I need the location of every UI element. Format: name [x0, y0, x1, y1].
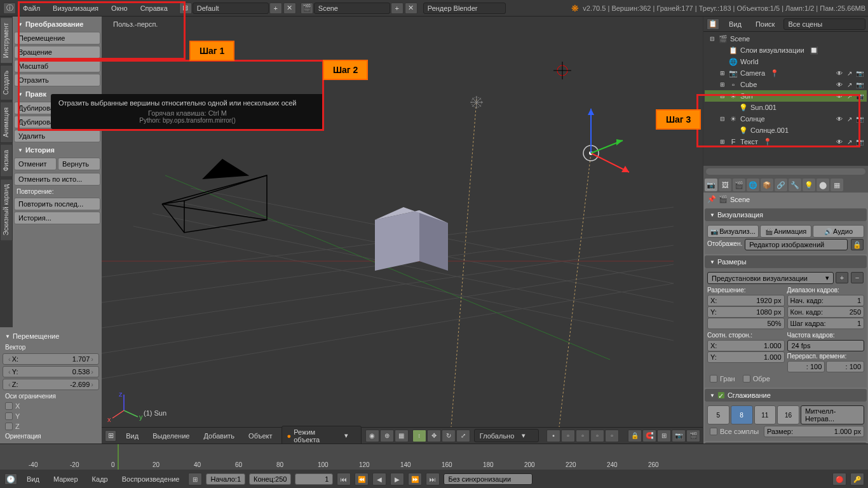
- mode-dropdown[interactable]: ●Режим объекта▾: [281, 426, 362, 444]
- keyframe-prev-icon[interactable]: ⏪: [355, 473, 369, 485]
- layers-tab-icon[interactable]: 🖼: [719, 179, 731, 191]
- material-tab-icon[interactable]: ⬤: [817, 179, 829, 191]
- layer-btn[interactable]: ▫: [605, 430, 619, 442]
- border-checkbox[interactable]: [710, 375, 717, 383]
- aa-section-header[interactable]: ✓Сглаживание: [705, 389, 867, 402]
- repeat-last-button[interactable]: Повторить послед...: [14, 198, 100, 210]
- keying-set-icon[interactable]: 🔑: [850, 473, 864, 485]
- translate-button[interactable]: Перемещение: [14, 32, 100, 44]
- layout-dropdown[interactable]: Default: [193, 3, 269, 14]
- rotate-manipulator-icon[interactable]: ↻: [442, 430, 456, 442]
- timeline-marker-menu[interactable]: Маркер: [48, 473, 83, 485]
- scene-icon[interactable]: 🎬: [301, 3, 313, 14]
- constraint-z-checkbox[interactable]: [5, 423, 13, 430]
- keyframe-next-icon[interactable]: ⏩: [408, 473, 422, 485]
- add-menu[interactable]: Добавить: [198, 430, 240, 442]
- layer-btn[interactable]: ▫: [590, 430, 604, 442]
- remove-scene-icon[interactable]: ✕: [405, 3, 417, 14]
- res-pct-field[interactable]: 50%: [707, 318, 785, 329]
- redo-button[interactable]: Вернуть: [58, 158, 100, 170]
- menu-window[interactable]: Окно: [105, 2, 134, 15]
- object-tab-icon[interactable]: 📦: [761, 179, 773, 191]
- outliner-view-menu[interactable]: Вид: [724, 18, 747, 30]
- end-frame-input[interactable]: Конец:250: [249, 473, 291, 485]
- remap-old-field[interactable]: : 100: [787, 361, 825, 372]
- transform-section-header[interactable]: Преобразование: [14, 18, 100, 30]
- constraints-tab-icon[interactable]: 🔗: [775, 179, 787, 191]
- info-icon[interactable]: ⓘ: [3, 3, 16, 14]
- aa-filter-dropdown[interactable]: Митчелл-Нетрав...: [801, 405, 864, 424]
- history-button[interactable]: История...: [14, 212, 100, 224]
- snap-type-icon[interactable]: ⊞: [657, 430, 671, 442]
- play-icon[interactable]: ▶: [390, 473, 404, 485]
- add-layout-icon[interactable]: +: [269, 3, 282, 14]
- tab-grease-pencil[interactable]: Эскизный каранд: [0, 179, 13, 241]
- res-x-field[interactable]: X:1920 px: [707, 295, 785, 306]
- translate-manipulator-icon[interactable]: ✥: [427, 430, 441, 442]
- 3d-viewport[interactable]: Польз.-персп. (1) Sun: [102, 17, 703, 444]
- layer-btn[interactable]: ▪: [546, 430, 560, 442]
- aa-11-button[interactable]: 11: [754, 405, 776, 424]
- constraint-y-checkbox[interactable]: [5, 412, 13, 420]
- snap-icon[interactable]: 🧲: [642, 430, 656, 442]
- render-icon[interactable]: 📷: [672, 430, 686, 442]
- outliner-item[interactable]: 📋Слои визуализации🔲: [705, 44, 867, 56]
- res-y-field[interactable]: Y:1080 px: [707, 306, 785, 318]
- shading-icon[interactable]: ◉: [365, 430, 379, 442]
- remap-new-field[interactable]: : 100: [826, 361, 864, 372]
- outliner-item[interactable]: 🌐World: [705, 56, 867, 67]
- clapper-icon[interactable]: 🎬: [686, 430, 700, 442]
- render-button[interactable]: 📷Визуализ...: [707, 225, 759, 238]
- scene-dropdown[interactable]: Scene: [314, 3, 390, 14]
- jump-start-icon[interactable]: ⏮: [337, 473, 351, 485]
- select-menu[interactable]: Выделение: [147, 430, 194, 442]
- aa-5-button[interactable]: 5: [707, 405, 729, 424]
- lock-icon[interactable]: 🔒: [628, 430, 642, 442]
- object-menu[interactable]: Объект: [243, 430, 277, 442]
- preset-dropdown[interactable]: Предустановки визуализации▾: [707, 272, 834, 284]
- engine-dropdown[interactable]: Рендер Blender: [423, 3, 506, 14]
- view-menu[interactable]: Вид: [121, 430, 144, 442]
- mirror-button[interactable]: Отразить: [14, 74, 100, 86]
- dimensions-section-header[interactable]: Размеры: [705, 255, 867, 268]
- layer-btn[interactable]: ▫: [561, 430, 575, 442]
- render-section-header[interactable]: Визуализация: [705, 208, 867, 221]
- menu-help[interactable]: Справка: [134, 2, 174, 15]
- rotate-button[interactable]: Вращение: [14, 46, 100, 58]
- history-section-header[interactable]: История: [14, 144, 100, 156]
- aa-16-button[interactable]: 16: [777, 405, 799, 424]
- timeline-frame-menu[interactable]: Кадр: [87, 473, 113, 485]
- play-reverse-icon[interactable]: ◀: [372, 473, 386, 485]
- tab-animation[interactable]: Анимация: [0, 102, 13, 143]
- lock-interface-icon[interactable]: 🔒: [851, 239, 864, 250]
- render-tab-icon[interactable]: 📷: [705, 179, 717, 191]
- outliner-item[interactable]: ⊞FТекст📍👁↗📷: [705, 136, 867, 147]
- menu-render[interactable]: Визуализация: [46, 2, 105, 15]
- frame-step-field[interactable]: Шаг кадра:1: [787, 318, 865, 329]
- aspect-y-field[interactable]: Y:1.000: [707, 351, 785, 363]
- timeline-editor-icon[interactable]: 🕐: [4, 473, 17, 485]
- remove-preset-icon[interactable]: −: [851, 272, 864, 283]
- layers-icon[interactable]: ▦: [395, 430, 409, 442]
- outliner-item[interactable]: 💡Солнце.001: [705, 125, 867, 136]
- remove-layout-icon[interactable]: ✕: [283, 3, 296, 14]
- outliner-filter-dropdown[interactable]: Все сцены: [783, 18, 865, 30]
- texture-tab-icon[interactable]: ▦: [831, 179, 843, 191]
- scale-button[interactable]: Масштаб: [14, 60, 100, 72]
- aspect-x-field[interactable]: X:1.000: [707, 340, 785, 351]
- display-dropdown[interactable]: Редактор изображений: [745, 239, 848, 250]
- render-anim-button[interactable]: 🎬Анимация: [760, 225, 811, 238]
- vector-z-field[interactable]: Z:-2.699: [3, 379, 99, 390]
- outliner-scrollbar[interactable]: [703, 166, 868, 177]
- sync-dropdown[interactable]: Без синхронизации: [444, 473, 532, 485]
- start-frame-input[interactable]: Начало:1: [206, 473, 245, 485]
- constraint-x-checkbox[interactable]: [5, 402, 13, 410]
- outliner-search-menu[interactable]: Поиск: [750, 18, 780, 30]
- range-icon[interactable]: ⊞: [188, 473, 202, 485]
- add-preset-icon[interactable]: +: [836, 272, 848, 283]
- outliner-item[interactable]: ⊟🎬Scene: [705, 33, 867, 44]
- aa-checkbox[interactable]: ✓: [717, 391, 725, 399]
- delete-button[interactable]: Удалить: [14, 130, 100, 142]
- audio-button[interactable]: 🔊Аудио: [813, 225, 864, 238]
- scale-manipulator-icon[interactable]: ⤢: [456, 430, 470, 442]
